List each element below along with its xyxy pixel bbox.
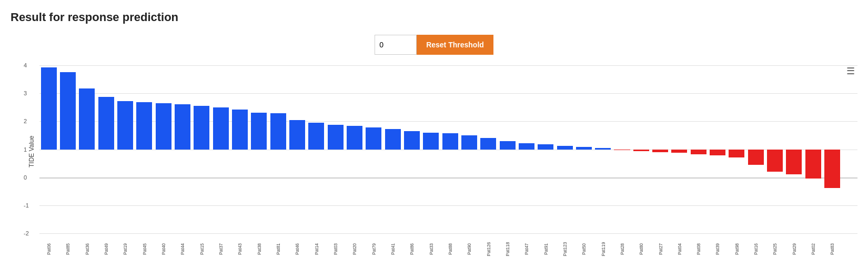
bar-Pat85 bbox=[60, 72, 76, 149]
bar-column bbox=[193, 65, 211, 233]
grid-label: 2 bbox=[24, 118, 27, 124]
bar-column bbox=[804, 65, 822, 233]
bar-column bbox=[594, 65, 612, 233]
controls-area: Reset Threshold bbox=[11, 35, 857, 55]
bar-column bbox=[269, 65, 287, 233]
bar-column bbox=[556, 65, 574, 233]
bar-column bbox=[708, 65, 726, 233]
bar-column bbox=[574, 65, 593, 233]
bar-column bbox=[785, 65, 803, 233]
bar-Pat118 bbox=[500, 141, 516, 150]
bar-Pat39 bbox=[710, 150, 725, 156]
bar-Pat81 bbox=[270, 113, 286, 149]
bar-Pat25 bbox=[767, 150, 783, 172]
bar-column bbox=[250, 65, 268, 233]
bar-column bbox=[632, 65, 650, 233]
bar-column bbox=[365, 65, 383, 233]
bar-column bbox=[537, 65, 555, 233]
bar-Pat38 bbox=[251, 113, 267, 149]
bar-Pat36 bbox=[79, 88, 95, 150]
bar-Pat46 bbox=[289, 120, 305, 150]
grid-label: 1 bbox=[24, 146, 27, 153]
bar-Pat08 bbox=[691, 150, 706, 155]
y-axis-label: TIDE Value bbox=[28, 136, 35, 167]
bar-column bbox=[135, 65, 154, 233]
threshold-input[interactable] bbox=[375, 35, 417, 55]
bar-Pat88 bbox=[442, 133, 458, 150]
bar-Pat119 bbox=[595, 148, 611, 149]
bar-Pat04 bbox=[671, 150, 687, 153]
grid-label: -2 bbox=[24, 230, 29, 236]
bar-Pat47 bbox=[519, 143, 534, 150]
bar-Pat126 bbox=[480, 138, 496, 149]
bar-Pat15 bbox=[194, 106, 209, 149]
bar-Pat44 bbox=[175, 104, 190, 149]
bar-Pat43 bbox=[232, 110, 248, 149]
bar-Pat91 bbox=[538, 144, 553, 150]
bars-wrapper bbox=[39, 65, 842, 233]
bar-column bbox=[326, 65, 345, 233]
bar-Pat123 bbox=[557, 146, 573, 149]
bar-Pat50 bbox=[576, 147, 592, 149]
bar-column bbox=[154, 65, 173, 233]
bar-Pat90 bbox=[461, 135, 477, 150]
bar-Pat27 bbox=[652, 150, 668, 152]
bar-column bbox=[479, 65, 498, 233]
bar-Pat80 bbox=[633, 150, 649, 151]
bar-column bbox=[230, 65, 249, 233]
bar-column bbox=[58, 65, 77, 233]
bar-column bbox=[116, 65, 134, 233]
bar-Pat20 bbox=[347, 126, 362, 149]
bar-column bbox=[422, 65, 440, 233]
chart-area: TIDE Value 43210-1-2 ☰ Pat06Pat85Pat36Pa… bbox=[11, 65, 857, 277]
bar-column bbox=[651, 65, 670, 233]
bar-column bbox=[441, 65, 459, 233]
chart-container: 43210-1-2 ☰ bbox=[39, 65, 857, 234]
grid-label: 0 bbox=[24, 174, 27, 181]
grid-label: 4 bbox=[24, 62, 27, 68]
bar-column bbox=[78, 65, 96, 233]
bar-column bbox=[307, 65, 326, 233]
bar-column bbox=[402, 65, 421, 233]
bar-Pat98 bbox=[729, 150, 744, 158]
bar-column bbox=[173, 65, 191, 233]
x-labels: Pat06Pat85Pat36Pat49Pat19Pat45Pat40Pat44… bbox=[39, 236, 857, 262]
bar-Pat49 bbox=[98, 97, 114, 150]
bar-column bbox=[728, 65, 746, 233]
bar-Pat28 bbox=[614, 150, 630, 151]
bar-column bbox=[97, 65, 115, 233]
bar-Pat33 bbox=[423, 133, 439, 150]
bar-Pat37 bbox=[213, 107, 229, 150]
grid-label: -1 bbox=[24, 202, 29, 209]
bar-column bbox=[765, 65, 784, 233]
bar-Pat45 bbox=[136, 102, 152, 149]
bar-Pat83 bbox=[824, 150, 840, 188]
bar-column bbox=[670, 65, 689, 233]
bar-Pat03 bbox=[328, 125, 344, 150]
grid-label: 3 bbox=[24, 90, 27, 96]
bar-column bbox=[517, 65, 536, 233]
hamburger-menu-icon[interactable]: ☰ bbox=[846, 65, 855, 77]
bar-column bbox=[288, 65, 306, 233]
bar-Pat86 bbox=[404, 131, 420, 150]
bar-column bbox=[498, 65, 517, 233]
reset-threshold-button[interactable]: Reset Threshold bbox=[417, 35, 493, 55]
bar-Pat79 bbox=[366, 127, 381, 149]
page-title: Result for response prediction bbox=[11, 11, 857, 24]
bar-column bbox=[823, 65, 841, 233]
bar-column bbox=[211, 65, 230, 233]
grid-line bbox=[39, 233, 857, 234]
bar-column bbox=[613, 65, 631, 233]
bar-Pat29 bbox=[786, 150, 802, 175]
bar-Pat06 bbox=[41, 67, 57, 150]
bar-Pat41 bbox=[385, 129, 401, 149]
bar-Pat40 bbox=[156, 103, 171, 150]
bar-column bbox=[689, 65, 708, 233]
bar-column bbox=[39, 65, 58, 233]
bar-Pat14 bbox=[308, 123, 324, 150]
bar-Pat16 bbox=[748, 150, 764, 165]
bar-column bbox=[383, 65, 402, 233]
x-label-Pat83: Pat83 bbox=[819, 240, 845, 258]
bar-column bbox=[460, 65, 478, 233]
bar-Pat02 bbox=[805, 150, 821, 179]
